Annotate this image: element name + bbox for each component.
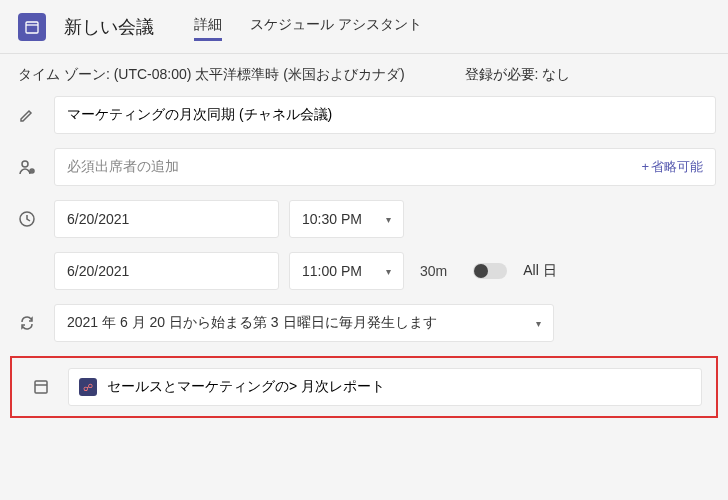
meeting-title-input[interactable] xyxy=(54,96,716,134)
svg-point-2 xyxy=(22,161,28,167)
people-add-icon xyxy=(12,158,54,176)
meeting-title-text[interactable] xyxy=(67,107,703,123)
tab-scheduling-assistant[interactable]: スケジュール アシスタント xyxy=(250,12,422,41)
chevron-down-icon: ▾ xyxy=(386,266,391,277)
tabs: 詳細 スケジュール アシスタント xyxy=(194,12,422,41)
recurrence-text: 2021 年 6 月 20 日から始まる第 3 日曜日に毎月発生します xyxy=(67,314,437,332)
tab-details[interactable]: 詳細 xyxy=(194,12,222,41)
clock-icon xyxy=(12,210,54,228)
end-time-input[interactable]: 11:00 PM▾ xyxy=(289,252,404,290)
required-attendees-input[interactable]: 必須出席者の追加 +省略可能 xyxy=(54,148,716,186)
start-date-input[interactable]: 6/20/2021 xyxy=(54,200,279,238)
calendar-app-icon xyxy=(18,13,46,41)
svg-rect-0 xyxy=(26,22,38,33)
channel-text: セールスとマーケティングの> 月次レポート xyxy=(107,378,385,396)
title-row xyxy=(12,96,716,134)
datetime-start-row: 6/20/2021 10:30 PM▾ xyxy=(12,200,716,238)
channel-row: ☍ セールスとマーケティングの> 月次レポート xyxy=(10,356,718,418)
recurrence-icon xyxy=(12,314,54,332)
timezone-label: タイム ゾーン: xyxy=(18,66,110,82)
registration-label: 登録が必要: xyxy=(465,66,539,82)
all-day-toggle[interactable] xyxy=(473,263,507,279)
attendees-placeholder: 必須出席者の追加 xyxy=(67,158,179,176)
timezone-setting[interactable]: タイム ゾーン: (UTC-08:00) 太平洋標準時 (米国およびカナダ) xyxy=(18,66,405,84)
svg-rect-7 xyxy=(35,381,47,393)
meeting-form: 必須出席者の追加 +省略可能 6/20/2021 10:30 PM▾ 6/20/… xyxy=(0,96,728,418)
end-date-input[interactable]: 6/20/2021 xyxy=(54,252,279,290)
registration-value: なし xyxy=(542,66,570,82)
start-time-input[interactable]: 10:30 PM▾ xyxy=(289,200,404,238)
optional-attendees-link[interactable]: +省略可能 xyxy=(641,158,703,176)
subbar: タイム ゾーン: (UTC-08:00) 太平洋標準時 (米国およびカナダ) 登… xyxy=(0,54,728,96)
registration-setting[interactable]: 登録が必要: なし xyxy=(465,66,571,84)
edit-icon xyxy=(12,106,54,124)
chevron-down-icon: ▾ xyxy=(386,214,391,225)
chevron-down-icon: ▾ xyxy=(536,318,541,329)
recurrence-select[interactable]: 2021 年 6 月 20 日から始まる第 3 日曜日に毎月発生します ▾ xyxy=(54,304,554,342)
channel-input[interactable]: ☍ セールスとマーケティングの> 月次レポート xyxy=(68,368,702,406)
recurrence-row: 2021 年 6 月 20 日から始まる第 3 日曜日に毎月発生します ▾ xyxy=(12,304,716,342)
team-avatar-icon: ☍ xyxy=(79,378,97,396)
datetime-end-row: 6/20/2021 11:00 PM▾ 30m All 日 xyxy=(12,252,716,290)
header: 新しい会議 詳細 スケジュール アシスタント xyxy=(0,0,728,54)
channel-icon xyxy=(26,378,68,396)
timezone-value: (UTC-08:00) 太平洋標準時 (米国およびカナダ) xyxy=(114,66,405,82)
page-title: 新しい会議 xyxy=(64,15,154,39)
duration-label: 30m xyxy=(420,263,447,279)
all-day-label: All 日 xyxy=(523,262,556,280)
attendees-row: 必須出席者の追加 +省略可能 xyxy=(12,148,716,186)
